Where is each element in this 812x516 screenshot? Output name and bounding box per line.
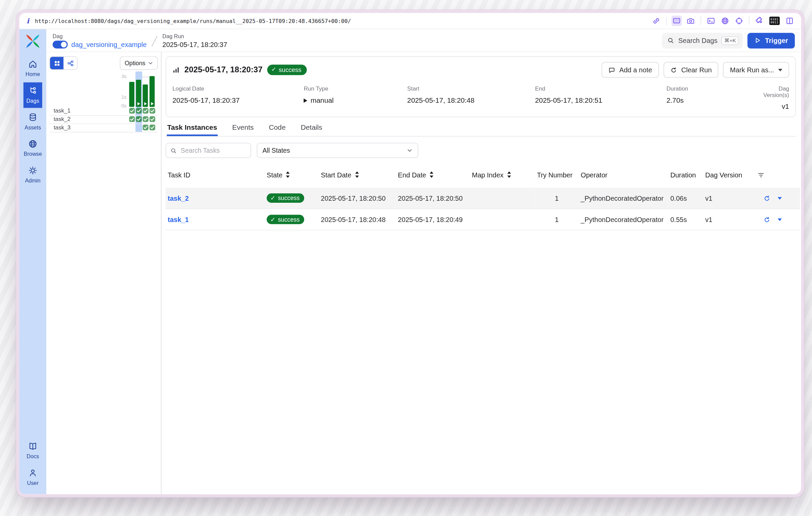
run-bar-1[interactable]	[129, 82, 134, 107]
sidebar-item-assets[interactable]: Assets	[24, 109, 42, 134]
task-id-link[interactable]: task_2	[168, 194, 189, 202]
column-header-end-date[interactable]: End Date	[396, 167, 470, 188]
globe-icon[interactable]	[721, 17, 729, 25]
camera-icon[interactable]	[686, 17, 695, 25]
search-tasks-field[interactable]	[166, 143, 251, 158]
sidebar-item-admin[interactable]: Admin	[24, 162, 42, 188]
run-type-play-icon	[304, 98, 308, 102]
task-instance-check-task_1-run4[interactable]	[150, 108, 155, 114]
columns-icon[interactable]	[785, 17, 794, 25]
clear-task-icon[interactable]	[764, 195, 770, 201]
task-menu-caret[interactable]	[778, 218, 782, 221]
run-bar-4[interactable]	[150, 76, 155, 107]
manual-run-icon	[137, 102, 140, 105]
add-note-button[interactable]: Add a note	[602, 62, 659, 78]
run-state-badge: ✓success	[267, 65, 307, 75]
task-id-link[interactable]: task_1	[168, 216, 189, 223]
task-instance-check-task_2-run3[interactable]	[143, 116, 149, 122]
state-badge: ✓success	[267, 215, 304, 224]
task-menu-caret[interactable]	[778, 197, 782, 199]
column-header-state[interactable]: State	[265, 167, 319, 188]
grid-task-row-task_1: task_1	[50, 107, 158, 116]
clear-task-icon[interactable]	[764, 216, 770, 223]
filter-icon[interactable]	[757, 171, 765, 179]
task-instance-check-task_2-run2[interactable]	[136, 116, 142, 122]
grid-task-label[interactable]: task_3	[54, 124, 71, 130]
toolbar-divider	[666, 17, 667, 25]
dag-label: Dag	[53, 32, 147, 39]
sidebar-item-label: Assets	[25, 124, 41, 130]
url-text[interactable]: http://localhost:8080/dags/dag_versionin…	[35, 18, 351, 24]
sidebar-item-docs[interactable]: Docs	[27, 438, 39, 464]
graph-view-button[interactable]	[63, 57, 77, 69]
task-instance-check-task_3-run4[interactable]	[150, 125, 155, 130]
column-header-try-number: Try Number	[535, 167, 579, 188]
user-icon	[28, 468, 37, 477]
tab-task-instances[interactable]: Task Instances	[167, 124, 218, 136]
bar-chart-icon	[173, 66, 180, 74]
stage: i http://localhost:8080/dags/dag_version…	[0, 0, 812, 516]
search-tasks-input[interactable]	[180, 146, 246, 155]
dag-name-link[interactable]: dag_versioning_example	[71, 41, 147, 48]
link-icon[interactable]	[652, 17, 660, 25]
dag-pause-toggle[interactable]	[53, 41, 68, 48]
gantt-axis-label: 3s	[115, 74, 127, 79]
task-instance-check-task_2-run1[interactable]	[129, 116, 135, 122]
column-header-operator: Operator	[579, 167, 668, 188]
mark-run-as-button[interactable]: Mark Run as...	[723, 62, 789, 78]
run-meta-dag-version-s-: Dag Version(s)v1	[752, 85, 789, 110]
sidebar-item-browse[interactable]: Browse	[24, 136, 42, 161]
trigger-button[interactable]: Trigger	[748, 32, 795, 48]
state-filter-select[interactable]: All States	[257, 143, 418, 158]
options-button[interactable]: Options	[120, 56, 158, 70]
gantt-axis-label: 1s	[115, 94, 127, 100]
table-row-task_2: task_2✓success2025-05-17, 18:20:502025-0…	[166, 188, 800, 208]
monitor-icon[interactable]	[671, 16, 682, 26]
trigger-label: Trigger	[765, 36, 788, 44]
task-instance-check-task_3-run3[interactable]	[143, 125, 149, 130]
sidebar-item-user[interactable]: User	[27, 465, 39, 490]
tab-events[interactable]: Events	[232, 124, 254, 136]
task-instance-check-task_1-run3[interactable]	[143, 108, 149, 114]
search-icon	[170, 147, 177, 154]
column-header-dag-version: Dag Version	[703, 167, 755, 188]
run-meta-start: Start2025-05-17, 18:20:48	[407, 85, 535, 110]
state-filter-value: All States	[263, 147, 290, 154]
table-row-task_1: task_1✓success2025-05-17, 18:20:482025-0…	[166, 209, 800, 230]
crosshair-icon[interactable]	[735, 17, 743, 25]
clear-run-button[interactable]: Clear Run	[663, 62, 718, 78]
terminal-icon[interactable]	[707, 17, 715, 25]
column-header-map-index[interactable]: Map Index	[470, 167, 535, 188]
browser-url-bar[interactable]: i http://localhost:8080/dags/dag_version…	[19, 13, 801, 29]
grid-task-row-task_2: task_2	[50, 115, 158, 124]
sidebar-item-label: Dags	[26, 97, 39, 104]
task-instance-check-task_1-run1[interactable]	[129, 108, 135, 114]
run-bar-2[interactable]	[136, 80, 141, 107]
sidebar-item-home[interactable]: Home	[24, 56, 42, 81]
task-instance-check-task_1-run2[interactable]	[136, 108, 142, 114]
play-icon	[754, 37, 761, 44]
run-bar-3[interactable]	[143, 84, 148, 107]
sidebar-item-label: User	[27, 480, 38, 486]
caret-down-icon	[778, 69, 782, 71]
task-instance-check-task_2-run4[interactable]	[150, 116, 155, 122]
dag-run-label: Dag Run	[162, 32, 227, 39]
tab-code[interactable]: Code	[268, 124, 286, 136]
sidebar-item-dags[interactable]: Dags	[24, 82, 42, 108]
column-header-start-date[interactable]: Start Date	[319, 167, 396, 188]
sidebar-item-label: Home	[26, 71, 40, 77]
dag-run-date: 2025-05-17, 18:20:37	[162, 41, 227, 48]
run-title: 2025-05-17, 18:20:37	[184, 65, 262, 75]
task-instances-table: Task IDStateStart DateEnd DateMap IndexT…	[166, 167, 800, 230]
binary-icon[interactable]: 01010011	[769, 17, 780, 25]
docs-icon	[28, 442, 37, 451]
search-dags-button[interactable]: Search Dags ⌘+K	[662, 32, 743, 48]
grid-task-label[interactable]: task_2	[54, 116, 71, 122]
grid-view-button[interactable]	[50, 57, 63, 69]
admin-icon	[28, 166, 37, 175]
tab-details[interactable]: Details	[300, 124, 323, 136]
sidebar: HomeDagsAssetsBrowseAdmin DocsUser	[19, 29, 46, 494]
puzzle-icon[interactable]	[755, 17, 764, 25]
grid-task-label[interactable]: task_1	[54, 107, 71, 114]
airflow-logo[interactable]	[25, 33, 41, 49]
